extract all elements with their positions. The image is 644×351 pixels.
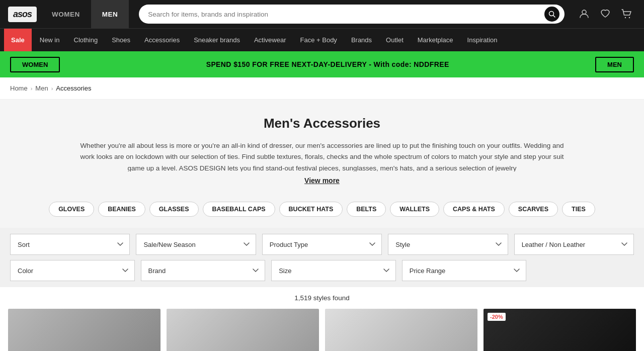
search-input[interactable] <box>139 5 565 24</box>
filter-bar: Sort Price (low to high) Price (high to … <box>0 228 644 287</box>
pill-wallets[interactable]: WALLETS <box>390 202 439 217</box>
results-count: 1,519 styles found <box>0 287 644 309</box>
men-nav-btn[interactable]: MEN <box>91 0 129 28</box>
size-filter[interactable]: Size XS S M L XL <box>271 260 396 281</box>
promo-women-btn[interactable]: WOMEN <box>10 57 60 72</box>
sort-filter[interactable]: Sort Price (low to high) Price (high to … <box>10 234 130 255</box>
hero-section: Men's Accessories Whether you're all abo… <box>0 100 644 202</box>
pill-bucket-hats[interactable]: BUCKET HATS <box>279 202 343 217</box>
nav-accessories[interactable]: Accessories <box>137 29 187 52</box>
hero-description: Whether you're all about less is more or… <box>75 140 569 171</box>
search-wrap <box>139 5 565 24</box>
svg-point-4 <box>629 17 630 18</box>
product-card-2[interactable] <box>167 309 319 351</box>
search-icon <box>548 11 555 18</box>
nav-shoes[interactable]: Shoes <box>105 29 137 52</box>
breadcrumb-men[interactable]: Men <box>35 84 48 92</box>
breadcrumb-sep-1: › <box>31 85 33 92</box>
asos-logo[interactable]: asos <box>8 7 37 22</box>
pill-glasses[interactable]: GLASSES <box>149 202 199 217</box>
promo-banner: WOMEN SPEND $150 FOR FREE NEXT-DAY-DELIV… <box>0 51 644 77</box>
product-card-4[interactable]: -20% <box>484 309 636 351</box>
nav-inspiration[interactable]: Inspiration <box>460 29 505 52</box>
price-range-filter[interactable]: Price Range $0 - $25 $25 - $50 $50 - $10… <box>402 260 527 281</box>
product-type-filter[interactable]: Product Type Caps Hats Bags Wallets <box>262 234 382 255</box>
cart-icon <box>621 8 632 19</box>
discount-badge: -20% <box>488 313 506 321</box>
nav-brands[interactable]: Brands <box>344 29 379 52</box>
product-grid: -20% <box>0 309 644 351</box>
brand-filter[interactable]: Brand ASOS DESIGN Nike Adidas Calvin Kle… <box>141 260 266 281</box>
view-more-btn[interactable]: View more <box>304 177 340 185</box>
product-card-1[interactable] <box>8 309 160 351</box>
pill-baseball-caps[interactable]: BASEBALL CAPS <box>203 202 275 217</box>
svg-point-2 <box>582 10 586 14</box>
pill-scarves[interactable]: SCARVES <box>509 202 558 217</box>
pill-gloves[interactable]: GLOVES <box>49 202 94 217</box>
promo-text: SPEND $150 FOR FREE NEXT-DAY-DELIVERY - … <box>60 60 595 68</box>
women-nav-btn[interactable]: WOMEN <box>41 0 91 28</box>
filter-row-2: Color Black White Brown Blue Brand ASOS … <box>10 260 634 281</box>
pill-ties[interactable]: TIES <box>562 202 595 217</box>
filter-row-1: Sort Price (low to high) Price (high to … <box>10 234 634 255</box>
account-icon-btn[interactable] <box>575 4 594 25</box>
nav-outlet[interactable]: Outlet <box>379 29 411 52</box>
style-filter[interactable]: Style Casual Formal Sport <box>388 234 508 255</box>
svg-line-1 <box>553 16 555 18</box>
leather-filter[interactable]: Leather / Non Leather Leather Non Leathe… <box>514 234 634 255</box>
breadcrumb-home[interactable]: Home <box>10 84 28 92</box>
secondary-nav: Sale New in Clothing Shoes Accessories S… <box>0 28 644 51</box>
nav-marketplace[interactable]: Marketplace <box>411 29 460 52</box>
nav-clothing[interactable]: Clothing <box>67 29 105 52</box>
nav-icons <box>575 4 636 25</box>
breadcrumb-sep-2: › <box>51 85 53 92</box>
top-nav: asos WOMEN MEN <box>0 0 644 28</box>
account-icon <box>579 8 590 19</box>
logo-wrap: asos <box>8 7 37 22</box>
page-title: Men's Accessories <box>40 116 604 131</box>
cart-icon-btn[interactable] <box>617 4 636 25</box>
pill-caps-hats[interactable]: CAPS & HATS <box>443 202 505 217</box>
breadcrumb: Home › Men › Accessories <box>0 77 644 100</box>
pill-beanies[interactable]: BEANIES <box>98 202 145 217</box>
category-pills: GLOVES BEANIES GLASSES BASEBALL CAPS BUC… <box>0 202 644 228</box>
search-button[interactable] <box>544 7 559 22</box>
wishlist-icon-btn[interactable] <box>596 4 615 25</box>
heart-icon <box>600 8 611 19</box>
color-filter[interactable]: Color Black White Brown Blue <box>10 260 135 281</box>
svg-point-3 <box>625 17 626 18</box>
product-card-3[interactable] <box>325 309 477 351</box>
breadcrumb-current: Accessories <box>56 84 91 92</box>
nav-face-body[interactable]: Face + Body <box>293 29 344 52</box>
nav-sale[interactable]: Sale <box>4 29 32 52</box>
pill-belts[interactable]: BELTS <box>347 202 386 217</box>
sale-new-season-filter[interactable]: Sale/New Season Sale New Season <box>136 234 256 255</box>
promo-men-btn[interactable]: MEN <box>595 57 634 72</box>
nav-new-in[interactable]: New in <box>33 29 67 52</box>
nav-sneaker-brands[interactable]: Sneaker brands <box>187 29 247 52</box>
nav-activewear[interactable]: Activewear <box>247 29 293 52</box>
